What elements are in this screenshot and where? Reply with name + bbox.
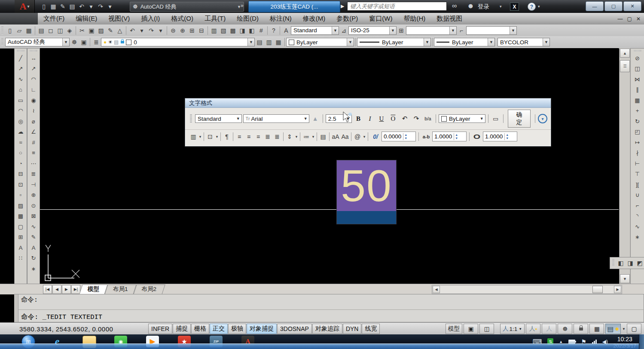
toggle-osnap[interactable]: 对象捕捉 (247, 324, 277, 334)
mtext-highlighted-text[interactable]: 50 (337, 160, 396, 211)
break-at-point-icon[interactable]: ⊤ (632, 169, 643, 180)
pan-icon[interactable]: ⊜ (168, 26, 178, 35)
scroll-up-icon[interactable]: ▲ (620, 49, 630, 58)
tab-layout2[interactable]: 布局2 (135, 285, 164, 294)
save-as-icon[interactable]: ✎ (58, 2, 67, 11)
insert-field-icon[interactable]: ▤ (318, 132, 328, 141)
quickcalc-icon[interactable]: # (256, 26, 266, 35)
layer-previous-icon[interactable]: ▥ (264, 37, 274, 47)
mtext-inplace-editor[interactable]: 50 (336, 160, 397, 224)
construction-line-icon[interactable]: ↗ (15, 64, 26, 74)
undo-icon[interactable]: ↶ (77, 2, 86, 11)
lineweight-control-combo[interactable]: ByLayer▼ (434, 38, 495, 46)
application-menu-button[interactable]: A ▾ (15, 0, 35, 13)
dimension-update-icon[interactable]: ↻ (28, 253, 39, 264)
make-object-layer-current-icon[interactable]: ▤ (255, 37, 264, 47)
menu-draw[interactable]: 绘图(D) (231, 13, 264, 24)
toolbar-grip[interactable] (612, 259, 614, 267)
linear-dimension-icon[interactable]: ↔ (28, 53, 39, 64)
toggle-grid[interactable]: 栅格 (191, 324, 209, 334)
lowercase-icon[interactable]: Aa (340, 132, 350, 141)
search-input[interactable] (347, 2, 447, 11)
plot-icon[interactable]: ▤ (37, 26, 46, 35)
ok-button[interactable]: 确定 (508, 110, 531, 128)
workspace-settings-icon[interactable]: ☸ (70, 37, 79, 47)
copy-icon[interactable]: ◫ (632, 64, 643, 74)
save-icon[interactable]: ▦ (49, 2, 58, 11)
stretch-icon[interactable]: ↦ (632, 137, 643, 148)
save-icon[interactable]: ▦ (24, 26, 34, 35)
doc-close-icon[interactable]: ✕ (636, 16, 641, 22)
justification-caret-icon[interactable]: ▾ (215, 132, 219, 141)
redo-icon[interactable]: ↷ (96, 2, 105, 11)
columns-caret-icon[interactable]: ▾ (198, 132, 202, 141)
command-history[interactable]: 命令: (18, 294, 644, 310)
continue-icon[interactable]: ⋯ (28, 158, 39, 169)
rectangle-icon[interactable]: ▭ (15, 95, 26, 106)
tab-layout1[interactable]: 布局1 (106, 285, 135, 294)
plot-preview-icon[interactable]: ◻ (46, 26, 55, 35)
horizontal-scroll-thumb[interactable] (592, 286, 603, 293)
menu-dataview[interactable]: 数据视图 (431, 13, 468, 24)
quick-view-layouts-icon[interactable]: ▣ (464, 324, 478, 334)
zoom-previous-icon[interactable]: ⊟ (197, 26, 206, 35)
table-icon[interactable]: ⊞ (15, 232, 26, 243)
jogged-linear-icon[interactable]: ∿ (28, 221, 39, 232)
layer-plot-icon[interactable]: ▤ (114, 39, 119, 45)
hatch-icon[interactable]: ▨ (15, 200, 26, 211)
cut-icon[interactable]: ✂ (77, 26, 87, 35)
match-properties-icon[interactable]: ✎ (106, 26, 115, 35)
doc-minimize-icon[interactable]: — (618, 16, 623, 22)
table-style-icon[interactable]: ⊞ (397, 26, 406, 35)
arc-length-icon[interactable]: ◠ (28, 74, 39, 85)
dialog-font-combo[interactable]: Tr Arial▼ (243, 114, 309, 123)
workspace-combo[interactable]: AutoCAD 经典▼ (5, 38, 70, 46)
table-style-combo[interactable]: ▼ (406, 26, 457, 35)
scroll-down-icon[interactable]: ▼ (620, 274, 630, 283)
jogged-icon[interactable]: ≀ (28, 106, 39, 116)
tab-model[interactable]: 模型 (81, 285, 106, 294)
radius-icon[interactable]: ◉ (28, 95, 39, 106)
paste-icon[interactable]: ▨ (96, 26, 106, 35)
chevron-down-icon[interactable]: ▾ (538, 4, 540, 9)
width-factor-spinner[interactable]: 1.0000 ▲▼ (483, 132, 517, 141)
line-spacing-caret-icon[interactable]: ▾ (294, 132, 299, 141)
line-spacing-icon[interactable]: ⇕ (285, 132, 294, 141)
toolbar-grip[interactable] (190, 114, 192, 123)
toolbar-grip[interactable] (1, 27, 3, 34)
dim-style-combo[interactable]: ISO-25▼ (348, 26, 397, 35)
justify-icon[interactable]: ≣ (263, 132, 272, 141)
lightbulb-icon[interactable]: ● (615, 325, 619, 333)
layer-combo[interactable]: ● ☀ ▤ 0 ▼ (101, 38, 255, 46)
menu-dimension[interactable]: 标注(N) (264, 13, 297, 24)
close-button[interactable]: ✕ (623, 1, 641, 11)
multiline-text-icon[interactable]: A (15, 242, 26, 253)
tolerance-icon[interactable]: ⊕ (28, 190, 39, 201)
zoom-realtime-icon[interactable]: ⊕ (178, 26, 187, 35)
open-icon[interactable]: ▱ (15, 26, 24, 35)
quick-dimension-icon[interactable]: # (28, 137, 39, 148)
restore-button[interactable]: ▢ (604, 1, 623, 11)
scroll-left-icon[interactable]: ◀ (433, 286, 440, 293)
clean-screen-icon[interactable]: ▢ (627, 324, 641, 334)
multileader-style-icon[interactable]: ⌐ (457, 26, 466, 35)
tracking-spinner[interactable]: 1.0000 ▲▼ (432, 132, 467, 141)
ellipse-icon[interactable]: ○ (15, 148, 26, 159)
new-file-icon[interactable]: ▯ (40, 2, 48, 11)
diameter-icon[interactable]: ⌀ (28, 116, 39, 127)
drawing-canvas[interactable] (40, 48, 619, 284)
show-desktop-button[interactable] (639, 334, 644, 349)
bring-to-front-icon[interactable]: ◧ (616, 258, 626, 268)
help-icon[interactable]: ? (528, 3, 536, 11)
fillet-icon[interactable]: ◝ (632, 211, 643, 222)
toggle-snap[interactable]: 捕捉 (173, 324, 191, 334)
help-icon[interactable]: ? (269, 26, 278, 35)
array-icon[interactable]: ▦ (632, 95, 643, 106)
redo-icon[interactable]: ↷ (147, 26, 156, 35)
next-document-icon[interactable]: ▶ (341, 3, 344, 9)
chamfer-icon[interactable]: ⌐ (632, 200, 643, 211)
dimension-style-icon[interactable]: ∗ (28, 263, 39, 274)
menu-format[interactable]: 格式(O) (165, 13, 199, 24)
dim-style-icon[interactable]: ⊿ (339, 26, 348, 35)
markup-set-manager-icon[interactable]: ◧ (247, 26, 256, 35)
